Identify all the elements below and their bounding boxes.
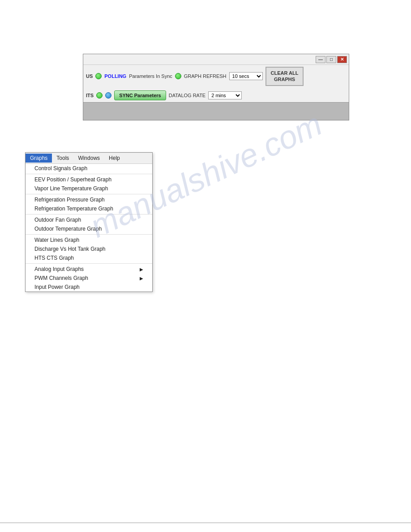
menu-item-water-lines[interactable]: Water Lines Graph (26, 236, 152, 245)
menu-item-refrig-pressure[interactable]: Refrigeration Pressure Graph (26, 195, 152, 204)
title-bar: — □ ✕ (83, 54, 349, 65)
menu-item-eev-position[interactable]: EEV Position / Superheat Graph (26, 175, 152, 184)
menu-item-outdoor-fan[interactable]: Outdoor Fan Graph (26, 215, 152, 224)
status-its-dot (96, 92, 103, 99)
divider-2 (26, 194, 152, 194)
menu-item-control-signals[interactable]: Control Signals Graph (26, 164, 152, 173)
sync-parameters-button[interactable]: SYNC Parameters (114, 90, 166, 100)
menu-item-hts-cts[interactable]: HTS CTS Graph (26, 253, 152, 262)
status-blue-dot (105, 92, 111, 99)
menu-windows[interactable]: Windows (73, 154, 104, 163)
graphs-dropdown-menu: Graphs Tools Windows Help Control Signal… (25, 152, 153, 292)
dropdown-content: Control Signals Graph EEV Position / Sup… (26, 164, 152, 292)
graph-refresh-label: GRAPH REFRESH (184, 73, 227, 79)
menu-item-discharge-vs-hot-tank[interactable]: Discharge Vs Hot Tank Graph (26, 245, 152, 253)
bottom-border (0, 523, 411, 523)
toolbar: US POLLING Parameters In Sync GRAPH REFR… (83, 65, 349, 102)
datalog-rate-label: DATALOG RATE (169, 93, 206, 98)
graph-refresh-select[interactable]: 10 secs 30 secs 1 min 5 mins (229, 72, 263, 80)
divider-3 (26, 214, 152, 215)
menu-tools[interactable]: Tools (52, 154, 73, 163)
menu-item-analog-input[interactable]: Analog Input Graphs ▶ (26, 265, 152, 274)
divider-5 (26, 263, 152, 264)
status-us-dot (95, 73, 102, 79)
menu-item-outdoor-temp[interactable]: Outdoor Temperature Graph (26, 224, 152, 233)
menu-item-refrig-temperature[interactable]: Refrigeration Temperature Graph (26, 204, 152, 213)
status-us-label: US (86, 73, 93, 79)
menu-bar: Graphs Tools Windows Help (26, 153, 152, 164)
submenu-arrow-pwm: ▶ (140, 276, 143, 281)
menu-item-vapor-line[interactable]: Vapor Line Temperature Graph (26, 184, 152, 193)
maximize-button[interactable]: □ (326, 56, 336, 63)
minimize-button[interactable]: — (316, 56, 325, 63)
menu-item-pwm-channels[interactable]: PWM Channels Graph ▶ (26, 274, 152, 283)
divider-4 (26, 234, 152, 235)
divider-1 (26, 174, 152, 174)
close-button[interactable]: ✕ (337, 56, 347, 63)
polling-label: POLLING (104, 73, 126, 79)
menu-help[interactable]: Help (104, 154, 124, 163)
menu-graphs[interactable]: Graphs (26, 154, 52, 163)
menu-item-input-power[interactable]: Input Power Graph (26, 283, 152, 292)
datalog-rate-select[interactable]: 1 min 2 mins 5 mins 10 mins (208, 91, 242, 99)
params-in-sync-dot (175, 73, 181, 79)
submenu-arrow-analog: ▶ (140, 267, 143, 272)
clear-all-graphs-button[interactable]: CLEAR ALL GRAPHS (265, 67, 304, 86)
app-window: — □ ✕ US POLLING Parameters In Sync GRAP… (83, 54, 349, 120)
content-area (83, 102, 349, 120)
status-its-label: ITS (86, 93, 94, 98)
params-in-sync-label: Parameters In Sync (129, 73, 172, 79)
